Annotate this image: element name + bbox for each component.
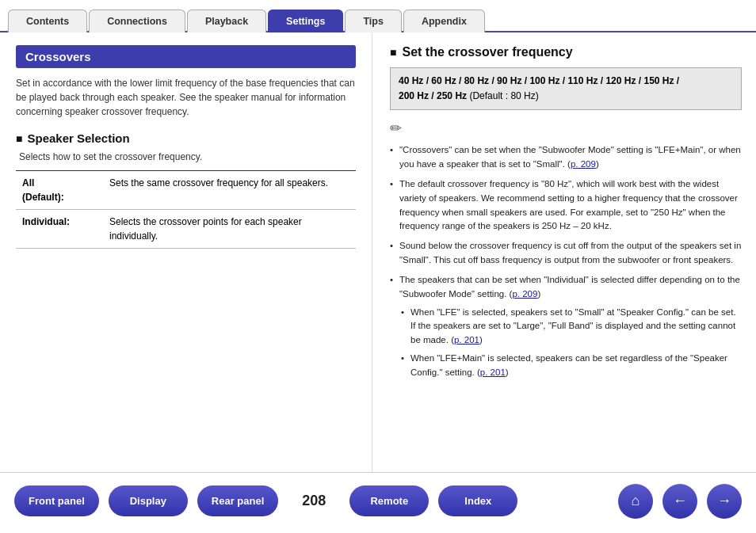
index-button[interactable]: Index <box>438 485 517 516</box>
front-panel-button[interactable]: Front panel <box>14 485 99 516</box>
left-panel: Crossovers Set in accordance with the lo… <box>0 32 372 472</box>
tab-playback[interactable]: Playback <box>187 10 266 32</box>
option-all-desc: Sets the same crossover frequency for al… <box>103 171 356 210</box>
right-panel: Set the crossover frequency 40 Hz / 60 H… <box>372 32 756 472</box>
frequency-options-box: 40 Hz / 60 Hz / 80 Hz / 90 Hz / 100 Hz /… <box>390 67 742 110</box>
sub-notes-list: When "LFE" is selected, speakers set to … <box>399 306 742 380</box>
tab-appendix[interactable]: Appendix <box>403 10 485 32</box>
options-table: All(Default): Sets the same crossover fr… <box>16 170 356 249</box>
top-navigation: Contents Connections Playback Settings T… <box>0 0 756 32</box>
option-all-label: All(Default): <box>16 171 103 210</box>
speaker-selection-intro: Selects how to set the crossover frequen… <box>16 151 356 162</box>
sub-note-2-link[interactable]: p. 201 <box>480 367 506 377</box>
intro-text: Set in accordance with the lower limit f… <box>16 76 356 119</box>
table-row: Individual: Selects the crossover points… <box>16 210 356 249</box>
note-1: "Crossovers" can be set when the "Subwoo… <box>390 143 742 172</box>
note-2: The default crossover frequency is "80 H… <box>390 177 742 234</box>
freq-default: (Default : 80 Hz) <box>469 90 538 101</box>
back-button[interactable]: ← <box>662 484 697 519</box>
forward-button[interactable]: → <box>707 484 742 519</box>
freq-values-2: 200 Hz / 250 Hz <box>399 90 467 101</box>
rear-panel-button[interactable]: Rear panel <box>197 485 278 516</box>
crossover-freq-title: Set the crossover frequency <box>390 45 742 59</box>
page-number: 208 <box>288 493 340 509</box>
tab-connections[interactable]: Connections <box>89 10 185 32</box>
pencil-icon: ✏ <box>390 120 742 137</box>
section-title-crossovers: Crossovers <box>16 45 356 68</box>
option-all-default: (Default): <box>22 192 64 203</box>
note-1-link[interactable]: p. 209 <box>571 159 596 169</box>
sub-note-1: When "LFE" is selected, speakers set to … <box>399 306 742 348</box>
tab-tips[interactable]: Tips <box>345 10 401 32</box>
main-content: Crossovers Set in accordance with the lo… <box>0 32 756 472</box>
sub-note-2: When "LFE+Main" is selected, speakers ca… <box>399 352 742 380</box>
home-button[interactable]: ⌂ <box>618 484 653 519</box>
forward-icon: → <box>717 493 731 509</box>
back-icon: ← <box>673 493 687 509</box>
freq-values: 40 Hz / 60 Hz / 80 Hz / 90 Hz / 100 Hz /… <box>399 75 679 86</box>
remote-button[interactable]: Remote <box>349 485 429 516</box>
display-button[interactable]: Display <box>109 485 188 516</box>
note-4-link[interactable]: p. 209 <box>512 289 537 299</box>
note-3: Sound below the crossover frequency is c… <box>390 239 742 268</box>
speaker-selection-title: Speaker Selection <box>16 131 356 145</box>
table-row: All(Default): Sets the same crossover fr… <box>16 171 356 210</box>
tab-contents[interactable]: Contents <box>8 10 87 32</box>
option-individual-label: Individual: <box>16 210 103 249</box>
sub-note-1-link[interactable]: p. 201 <box>454 335 479 345</box>
home-icon: ⌂ <box>632 493 640 509</box>
tab-settings[interactable]: Settings <box>268 10 343 32</box>
option-individual-desc: Selects the crossover points for each sp… <box>103 210 356 249</box>
bottom-navigation: Front panel Display Rear panel 208 Remot… <box>0 472 756 529</box>
note-4: The speakers that can be set when "Indiv… <box>390 273 742 380</box>
notes-list: "Crossovers" can be set when the "Subwoo… <box>390 143 742 379</box>
